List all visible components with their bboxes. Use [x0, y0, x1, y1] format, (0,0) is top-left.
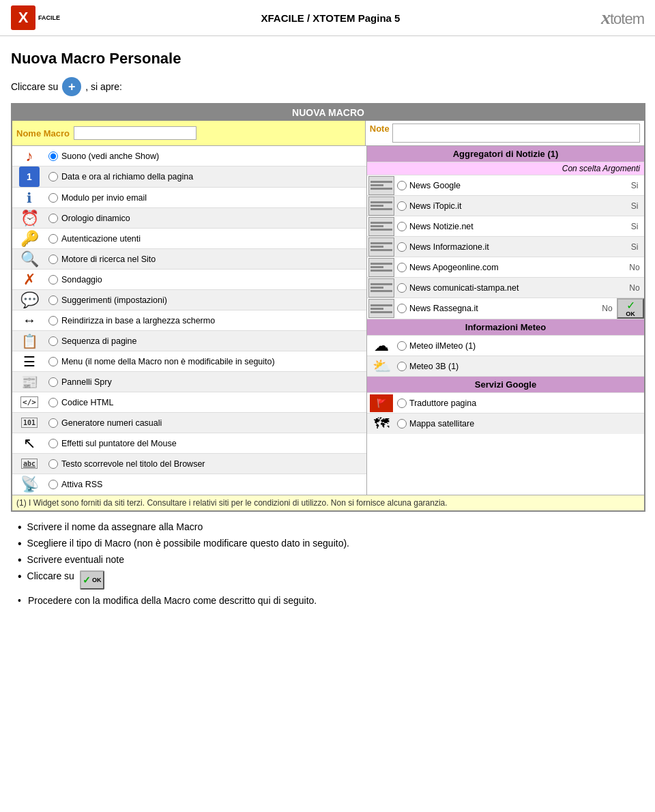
- list-item: News Google Si: [367, 175, 644, 196]
- suggerimenti-icon: 💬: [12, 291, 46, 309]
- instruction-1-text: Scrivere il nome da assegnare alla Macro: [27, 521, 203, 532]
- motore-label: Motore di ricerca nel Sito: [60, 252, 366, 267]
- news-itopic-radio[interactable]: [397, 201, 407, 211]
- news-rassegna-radio-cell: [396, 304, 408, 313]
- pannelli-icon: 📰: [12, 374, 46, 390]
- news-comunicati-radio[interactable]: [397, 283, 407, 293]
- list-item: 📋 Sequenza di pagine: [12, 331, 366, 351]
- generatore-radio[interactable]: [48, 418, 58, 428]
- html-radio[interactable]: [48, 398, 58, 407]
- pannelli-radio[interactable]: [48, 377, 58, 387]
- email-label: Modulo per invio email: [60, 190, 366, 205]
- news-rassegna-no: No: [598, 304, 617, 313]
- news-google-radio[interactable]: [397, 181, 407, 190]
- nome-macro-input[interactable]: [74, 126, 196, 140]
- html-label: Codice HTML: [60, 395, 366, 410]
- key-icon: 🔑: [12, 230, 46, 248]
- list-item: 🔍 Motore di ricerca nel Sito: [12, 249, 366, 270]
- news-comunicati-radio-cell: [396, 283, 408, 293]
- top-fields-row: Nome Macro Note: [12, 121, 644, 146]
- sondaggio-radio[interactable]: [48, 275, 58, 285]
- mouse-radio-cell: [46, 439, 60, 448]
- ok-button[interactable]: ✓ OK: [617, 298, 644, 319]
- generatore-radio-cell: [46, 418, 60, 428]
- menu-label: Menu (il nome della Macro non è modifica…: [60, 354, 366, 369]
- news-google-si: Si: [625, 181, 644, 190]
- suono-radio[interactable]: [48, 151, 58, 161]
- news-apogeo-no: No: [625, 263, 644, 272]
- auth-radio-cell: [46, 234, 60, 244]
- news-notizie-radio[interactable]: [397, 222, 407, 231]
- news-apogeo-icon: [367, 258, 396, 277]
- menu-icon: ☰: [12, 353, 46, 370]
- list-item: News Rassegna.it No ✓ OK: [367, 298, 644, 319]
- news-notizie-icon: [367, 217, 396, 236]
- mappa-icon: 🗺: [367, 415, 396, 433]
- instruction-4: Cliccare su ✓ OK: [18, 570, 644, 590]
- note-textarea[interactable]: [392, 124, 640, 143]
- redirect-icon: ↔: [12, 313, 46, 328]
- mappa-radio[interactable]: [397, 419, 407, 429]
- meteo-3b-radio-cell: [396, 362, 408, 371]
- email-radio[interactable]: [48, 193, 58, 203]
- instruction-2: Scegliere il tipo di Macro (non è possib…: [18, 538, 644, 550]
- news-apogeo-radio[interactable]: [397, 263, 407, 272]
- news-informazione-radio[interactable]: [397, 242, 407, 252]
- dialog-header: NUOVA MACRO: [12, 104, 644, 121]
- list-item: News Apogeonline.com No: [367, 257, 644, 278]
- traduttore-radio[interactable]: [397, 398, 407, 408]
- text-icon: abc: [12, 459, 46, 469]
- list-item: 1 Data e ora al richiamo della pagina: [12, 166, 366, 188]
- data-radio[interactable]: [48, 172, 58, 182]
- auth-radio[interactable]: [48, 234, 58, 244]
- left-panel: ♪ Suono (vedi anche Show) 1 Data e ora a…: [12, 146, 367, 495]
- list-item: ♪ Suono (vedi anche Show): [12, 146, 366, 166]
- bullet: •: [18, 595, 21, 606]
- page-title: Nuova Macro Personale: [11, 50, 644, 68]
- pannelli-label: Pannelli Spry: [60, 375, 366, 390]
- orologio-radio[interactable]: [48, 214, 58, 223]
- news-comunicati-icon: [367, 278, 396, 298]
- news-rassegna-label: News Rassegna.it: [408, 302, 598, 315]
- nuova-macro-dialog: NUOVA MACRO Nome Macro Note ♪: [11, 103, 644, 512]
- email-icon: ℹ: [12, 190, 46, 206]
- news-rassegna-icon: [367, 299, 396, 318]
- news-notizie-label: News Notizie.net: [408, 220, 625, 233]
- instruction-1: Scrivere il nome da assegnare alla Macro: [18, 521, 644, 534]
- menu-radio[interactable]: [48, 357, 58, 366]
- orologio-radio-cell: [46, 214, 60, 223]
- testo-radio-cell: [46, 459, 60, 469]
- motore-radio[interactable]: [48, 255, 58, 264]
- meteo-ilmeteo-label: Meteo ilMeteo (1): [408, 340, 644, 352]
- data-label: Data e ora al richiamo della pagina: [60, 169, 366, 184]
- sequenza-radio[interactable]: [48, 336, 58, 346]
- list-item: ☁ Meteo ilMeteo (1): [367, 336, 644, 356]
- ok-inline-button[interactable]: ✓ OK: [80, 570, 104, 590]
- list-item: ✗ Sondaggio: [12, 270, 366, 290]
- html-icon: </>: [12, 396, 46, 408]
- news-google-icon: [367, 176, 396, 195]
- suono-radio-cell: [46, 151, 60, 161]
- list-item: ↔ Reindirizza in base a larghezza scherm…: [12, 310, 366, 331]
- news-rassegna-radio[interactable]: [397, 304, 407, 313]
- list-item: </> Codice HTML: [12, 392, 366, 413]
- suggerimenti-radio[interactable]: [48, 295, 58, 305]
- news-itopic-icon: [367, 197, 396, 216]
- rss-radio[interactable]: [48, 480, 58, 489]
- mouse-radio[interactable]: [48, 439, 58, 448]
- meteo-3b-radio[interactable]: [397, 362, 407, 371]
- sequenza-radio-cell: [46, 336, 60, 346]
- meteo-3b-label: Meteo 3B (1): [408, 360, 644, 373]
- meteo-ilmeteo-radio[interactable]: [397, 341, 407, 351]
- news-informazione-label: News Informazione.it: [408, 241, 625, 253]
- add-icon[interactable]: +: [62, 77, 81, 96]
- news-comunicati-label: News comunicati-stampa.net: [408, 282, 625, 294]
- header: X FACILE XFACILE / XTOTEM Pagina 5 xtote…: [0, 0, 655, 36]
- nome-macro-label: Nome Macro: [16, 128, 70, 139]
- meteo-3b-icon: ⛅: [367, 358, 396, 375]
- testo-radio[interactable]: [48, 459, 58, 469]
- list-item: 101 Generatore numeri casuali: [12, 413, 366, 433]
- menu-radio-cell: [46, 357, 60, 366]
- reindirizza-radio[interactable]: [48, 316, 58, 325]
- sequenza-icon: 📋: [12, 333, 46, 349]
